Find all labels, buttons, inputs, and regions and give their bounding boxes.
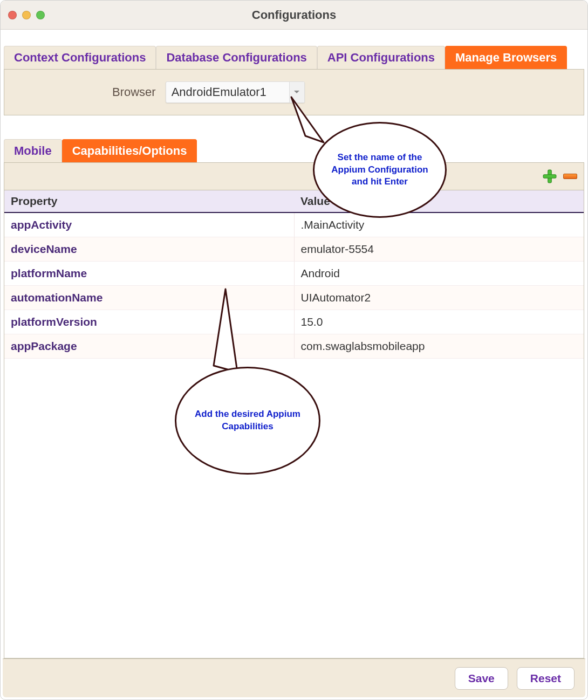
browser-dropdown-toggle[interactable] [289,82,304,102]
table-row[interactable]: appActivity.MainActivity [4,212,584,237]
browser-name-input[interactable] [166,83,289,101]
capability-value[interactable]: UIAutomator2 [294,286,584,310]
window-minimize-icon[interactable] [22,11,31,19]
capabilities-table: Property Value appActivity.MainActivityd… [4,190,584,359]
table-row[interactable]: appPackagecom.swaglabsmobileapp [4,334,584,359]
browser-dropdown[interactable] [166,81,305,103]
minus-icon [563,174,577,179]
table-row[interactable]: deviceNameemulator-5554 [4,237,584,262]
tab-manage-browsers[interactable]: Manage Browsers [445,46,567,69]
footer-bar: Save Reset [3,658,585,697]
capability-value[interactable]: com.swaglabsmobileapp [294,334,584,359]
add-capability-button[interactable] [543,169,557,183]
column-value[interactable]: Value [294,190,584,212]
svg-rect-1 [543,175,556,179]
titlebar: Configurations [1,1,587,30]
reset-button[interactable]: Reset [517,667,575,690]
sub-tabs: Mobile Capabilities/Options [1,139,587,162]
browser-label: Browser [112,85,156,99]
capabilities-table-wrap: Property Value appActivity.MainActivityd… [4,190,584,658]
window-title: Configurations [1,8,587,22]
capability-property[interactable]: platformVersion [4,310,294,334]
capability-property[interactable]: appPackage [4,334,294,359]
capabilities-toolbar [4,162,584,190]
capability-property[interactable]: platformName [4,262,294,286]
plus-icon [543,169,557,183]
table-row[interactable]: platformVersion15.0 [4,310,584,334]
capability-value[interactable]: Android [294,262,584,286]
browser-bar: Browser [4,69,584,115]
main-tabs: Context Configurations Database Configur… [1,46,587,69]
tab-mobile[interactable]: Mobile [4,139,62,162]
tab-database-configurations[interactable]: Database Configurations [156,46,317,69]
chevron-down-icon [293,90,300,94]
window-zoom-icon[interactable] [36,11,45,19]
window-close-icon[interactable] [8,11,17,19]
capability-value[interactable]: 15.0 [294,310,584,334]
tab-capabilities-options[interactable]: Capabilities/Options [62,139,197,162]
capability-property[interactable]: automationName [4,286,294,310]
tab-context-configurations[interactable]: Context Configurations [4,46,156,69]
tab-api-configurations[interactable]: API Configurations [317,46,445,69]
table-row[interactable]: automationNameUIAutomator2 [4,286,584,310]
capability-value[interactable]: .MainActivity [294,212,584,237]
save-button[interactable]: Save [455,667,508,690]
capability-property[interactable]: appActivity [4,212,294,237]
table-row[interactable]: platformNameAndroid [4,262,584,286]
capability-property[interactable]: deviceName [4,237,294,262]
remove-capability-button[interactable] [563,174,577,179]
capability-value[interactable]: emulator-5554 [294,237,584,262]
column-property[interactable]: Property [4,190,294,212]
